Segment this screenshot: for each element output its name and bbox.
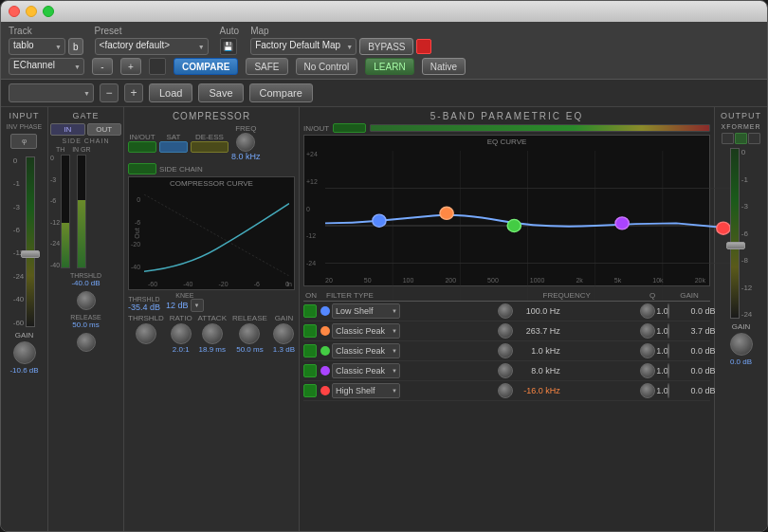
eq-band5-type[interactable]: High Shelf [332, 383, 400, 398]
input-mark-0: 0 [13, 156, 25, 165]
output-fader-thumb[interactable] [726, 242, 745, 249]
eq-band1-type[interactable]: Low Shelf [332, 303, 400, 319]
svg-point-12 [615, 217, 629, 229]
eq-band-4: Classic Peak 8.0 kHz 1.0 0.0 dB [303, 361, 710, 381]
plus-button[interactable]: + [120, 58, 141, 75]
compressor-curve-box: COMPRESSOR CURVE 0 -6 -20 -40 Out -60 -4… [128, 176, 295, 290]
eq-band2-type[interactable]: Classic Peak [332, 323, 400, 339]
echannel-dropdown[interactable]: EChannel [9, 58, 84, 75]
eq-band5-gain-knob[interactable] [667, 383, 669, 398]
eq-band2-on[interactable] [303, 324, 317, 338]
eq-band4-type[interactable]: Classic Peak [332, 363, 400, 378]
eq-curve-box: EQ CURVE +24 +12 0 -12 -24 20 50 100 200… [303, 135, 710, 286]
eq-band3-on[interactable] [303, 344, 317, 358]
toolbar-plus[interactable]: + [124, 83, 143, 102]
native-button[interactable]: Native [422, 58, 466, 75]
eq-band4-gain-knob[interactable] [667, 363, 669, 378]
inv-phase-button[interactable]: φ [10, 134, 37, 149]
eq-band5-freq-knob[interactable] [498, 383, 513, 398]
comp-attack-knob-group: ATTACK 18.9 ms [198, 314, 227, 354]
auto-save-icon[interactable]: 💾 [220, 38, 237, 55]
eq-band3-q-knob[interactable] [640, 343, 655, 358]
comp-freq-label: FREQ [235, 124, 256, 133]
eq-band3-type[interactable]: Classic Peak [332, 343, 400, 358]
eq-band1-freq-knob[interactable] [498, 303, 513, 319]
eq-band4-on[interactable] [303, 364, 317, 377]
toolbar-dropdown[interactable] [9, 83, 94, 102]
comp-knee-dropdown[interactable]: ▼ [191, 299, 204, 312]
eq-band5-on[interactable] [303, 384, 317, 397]
eq-band1-on[interactable] [303, 304, 317, 318]
eq-curve-label: EQ CURVE [304, 136, 709, 146]
input-fader-thumb[interactable] [21, 250, 40, 258]
xformer-label: XFORMER [722, 123, 761, 130]
learn-button[interactable]: LEARN [365, 58, 413, 75]
compressor-label: COMPRESSOR [128, 111, 295, 121]
input-gain-value: -10.6 dB [9, 366, 38, 375]
comp-ratio-knob[interactable] [171, 323, 192, 344]
eq-band3-gain: 0.0 dB [670, 346, 716, 356]
gate-gain-knob[interactable] [77, 291, 96, 310]
eq-band2-dot [320, 326, 330, 336]
comp-freq-knob[interactable] [236, 133, 255, 152]
comp-attack-value: 18.9 ms [199, 345, 226, 354]
input-mark-24: -24 [13, 272, 25, 281]
eq-band4-freq-knob[interactable] [498, 363, 513, 378]
input-fader[interactable] [26, 156, 35, 327]
minimize-button[interactable] [26, 6, 37, 17]
gate-meter-ingr-group: IN GR [72, 146, 90, 268]
output-fader[interactable] [730, 148, 740, 319]
output-gain-knob[interactable] [730, 333, 753, 356]
map-dropdown[interactable]: Factory Default Map [250, 38, 357, 55]
eq-band1-q: 1.0 [656, 306, 668, 316]
load-button[interactable]: Load [149, 83, 192, 102]
eq-band1-gain-knob[interactable] [667, 303, 669, 319]
track-dropdown[interactable]: tablo [9, 38, 65, 55]
eq-band3-gain-knob[interactable] [667, 343, 669, 358]
eq-band5-gain: 0.0 dB [670, 386, 716, 395]
close-button[interactable] [9, 6, 20, 17]
toolbar-compare-button[interactable]: Compare [249, 83, 313, 102]
eq-band1-q-knob[interactable] [640, 303, 655, 319]
compare-button[interactable]: COMPARE [174, 58, 238, 75]
comp-sat-btn[interactable] [159, 141, 188, 153]
minus-button[interactable]: - [92, 58, 113, 75]
comp-attack-knob[interactable] [202, 323, 223, 344]
eq-band3-freq-knob[interactable] [498, 343, 513, 358]
eq-band5-q-knob[interactable] [640, 383, 655, 398]
input-gain-knob[interactable] [13, 341, 36, 364]
eq-band1-gain: 0.0 dB [670, 306, 716, 316]
comp-inout-btn[interactable] [128, 141, 156, 153]
xformer-btn1[interactable] [722, 133, 734, 144]
gate-out-btn[interactable]: OUT [87, 123, 122, 136]
comp-gain-knob[interactable] [273, 323, 294, 344]
gate-release-knob[interactable] [77, 333, 96, 352]
compare-icon[interactable] [149, 58, 166, 75]
eq-band2-gain-knob[interactable] [667, 323, 669, 339]
comp-sidechain-btn[interactable] [128, 163, 156, 174]
xformer-btn2[interactable] [735, 133, 747, 144]
eq-band2-freq: 263.7 Hz [515, 326, 560, 336]
eq-band1-dot [320, 306, 330, 316]
save-button[interactable]: Save [198, 83, 243, 102]
eq-band2-freq-knob[interactable] [498, 323, 513, 339]
safe-button[interactable]: SAFE [246, 58, 287, 75]
preset-dropdown[interactable]: <factory default> [95, 38, 209, 55]
toolbar-minus[interactable]: − [100, 83, 119, 102]
red-indicator[interactable] [416, 39, 431, 54]
comp-thrshld-value: -35.4 dB [128, 303, 160, 312]
eq-band-3: Classic Peak 1.0 kHz 1.0 0.0 dB [303, 341, 710, 361]
no-control-button[interactable]: No Control [296, 58, 358, 75]
xformer-btn3[interactable] [748, 133, 760, 144]
maximize-button[interactable] [43, 6, 54, 17]
comp-deess-btn[interactable] [191, 141, 229, 153]
comp-release-knob[interactable] [239, 323, 260, 344]
gate-in-btn[interactable]: IN [50, 123, 85, 136]
eq-section: 5-BAND PARAMETRIC EQ IN/OUT EQ CURVE +24… [300, 107, 715, 532]
comp-thrshld-knob[interactable] [136, 323, 156, 344]
eq-band4-q-knob[interactable] [640, 363, 655, 378]
bypass-button[interactable]: BYPASS [359, 38, 413, 55]
eq-inout-btn[interactable] [333, 123, 366, 133]
gate-ingr-meter [77, 155, 86, 268]
eq-band2-q-knob[interactable] [640, 323, 655, 339]
